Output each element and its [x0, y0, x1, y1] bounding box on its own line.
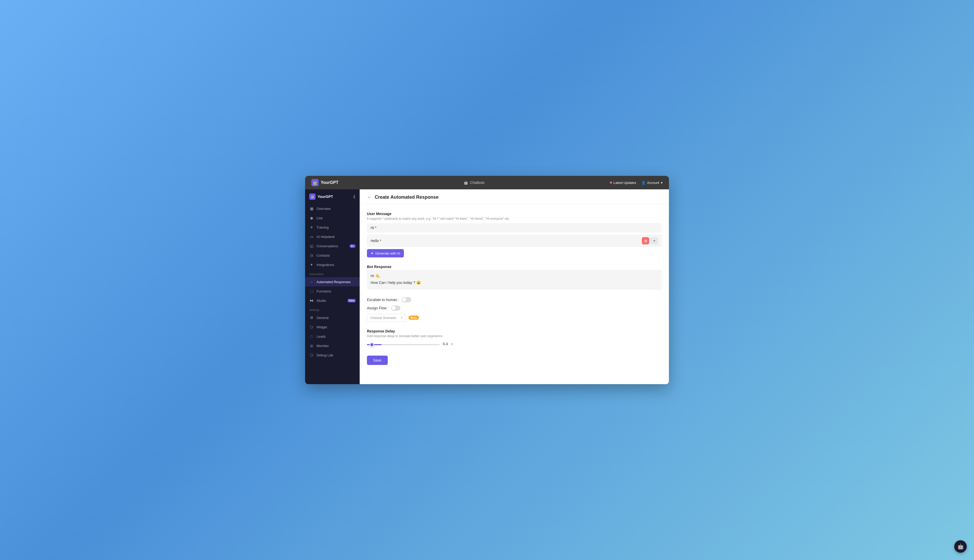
sidebar-item-general[interactable]: ⚙ General	[305, 313, 360, 322]
widget-icon: ⬡	[309, 325, 314, 329]
message-actions: 🗑 +	[642, 237, 658, 244]
slider-row: 0.4 s	[367, 342, 662, 346]
leads-icon: ◌	[309, 334, 314, 339]
app-window: 🤖 YourGPT 🤖 Chatbots Latest Updates 👤 Ac…	[305, 176, 669, 384]
assign-flow-label: Assign Flow :	[367, 306, 389, 310]
sidebar-item-overview[interactable]: ▦ Overview	[305, 204, 360, 213]
bot-response-label: Bot Response	[367, 265, 662, 269]
main-layout: 🤖 YourGPT ❮ ▦ Overview ◉ Live ✳ Training…	[305, 189, 669, 384]
top-nav: 🤖 YourGPT 🤖 Chatbots Latest Updates 👤 Ac…	[305, 176, 669, 189]
response-delay-label: Response Delay	[367, 329, 662, 333]
add-message-btn[interactable]: +	[651, 237, 658, 244]
sidebar-collapse-icon[interactable]: ❮	[353, 195, 356, 198]
sidebar-item-label: Leads	[317, 335, 326, 338]
fab-bot-btn[interactable]: 🤖	[954, 540, 967, 553]
automation-section-label: Automation	[305, 269, 360, 277]
sidebar-brand-left: 🤖 YourGPT	[309, 193, 333, 200]
conversations-icon: ◱	[309, 243, 314, 248]
generate-ai-btn[interactable]: ✦ Generate with AI	[367, 249, 404, 257]
chatbots-icon: 🤖	[464, 180, 468, 185]
studio-badge: New	[348, 299, 356, 302]
top-nav-right: Latest Updates 👤 Account ▾	[610, 181, 663, 185]
latest-updates-btn[interactable]: Latest Updates	[610, 181, 636, 185]
notification-dot	[610, 182, 612, 183]
sidebar-item-widget[interactable]: ⬡ Widget	[305, 322, 360, 332]
sidebar-item-automated-responses[interactable]: ← Automated Responses	[305, 277, 360, 287]
sidebar-item-label: Debug Lab	[317, 353, 333, 357]
bot-response-section: Bot Response Hi 👋, How Can I help you to…	[367, 265, 662, 290]
bot-response-line-1: Hi 👋,	[371, 273, 658, 279]
beta-badge: Beta	[409, 316, 419, 320]
account-btn[interactable]: 👤 Account ▾	[642, 181, 663, 185]
message-input-hello: Hello * 🗑 +	[367, 235, 662, 247]
training-icon: ✳	[309, 225, 314, 230]
sidebar-item-debug-lab[interactable]: ⬠ Debug Lab	[305, 350, 360, 360]
ai-helpdesk-icon: ▭	[309, 234, 314, 239]
sidebar-item-label: Training	[317, 225, 329, 229]
choose-scenario-label: Choose Scenario	[370, 316, 396, 320]
automated-responses-icon: ←	[309, 280, 314, 284]
sidebar-item-ai-helpdesk[interactable]: ▭ AI Helpdesk	[305, 232, 360, 241]
chatbots-label: Chatbots	[470, 180, 484, 185]
user-message-section: User Message It supports * (wildcard) to…	[367, 212, 662, 257]
delay-value: 0.4	[443, 342, 448, 346]
scenario-chevron-icon: ▾	[401, 316, 403, 320]
bot-response-box[interactable]: Hi 👋, How Can I help you today ? 😄	[367, 270, 662, 290]
top-nav-center: 🤖 Chatbots	[464, 180, 484, 185]
fab-bot-icon: 🤖	[957, 543, 964, 550]
sidebar-item-functions[interactable]: ⬚ Functions	[305, 287, 360, 296]
save-button[interactable]: Save	[367, 356, 388, 365]
message-text-hello: Hello *	[371, 239, 381, 243]
sidebar-item-label: Member	[317, 344, 329, 348]
sidebar-item-label: Widget	[317, 325, 327, 329]
content-area: ← Create Automated Response User Message…	[360, 189, 669, 384]
scenario-row: Choose Scenario ▾ Beta	[367, 314, 662, 322]
escalate-toggle-row: Escalate to human :	[367, 297, 662, 302]
sidebar-item-conversations[interactable]: ◱ Conversations 9+	[305, 241, 360, 251]
sidebar-item-label: Contacts	[317, 253, 330, 257]
escalate-toggle[interactable]	[402, 297, 411, 302]
assign-flow-toggle[interactable]	[391, 305, 401, 311]
delay-slider[interactable]	[367, 344, 440, 345]
back-arrow-btn[interactable]: ←	[367, 195, 372, 200]
functions-icon: ⬚	[309, 289, 314, 293]
account-chevron: ▾	[661, 181, 663, 185]
conversations-badge: 9+	[349, 244, 356, 248]
user-message-label: User Message	[367, 212, 662, 216]
ai-stars-icon: ✦	[371, 251, 374, 255]
delete-message-btn[interactable]: 🗑	[642, 237, 649, 244]
sidebar-item-label: Overview	[317, 207, 331, 211]
sidebar-item-label: General	[317, 316, 329, 320]
general-icon: ⚙	[309, 315, 314, 320]
delay-slider-container	[367, 342, 440, 346]
contacts-icon: ◷	[309, 253, 314, 258]
page-header: ← Create Automated Response	[360, 189, 669, 204]
sidebar-item-label: Automated Responses	[317, 280, 351, 284]
delay-unit: s	[451, 342, 453, 346]
choose-scenario-select[interactable]: Choose Scenario ▾	[367, 314, 406, 322]
sidebar-item-label: AI Helpdesk	[317, 235, 335, 239]
brand-bot-icon: 🤖	[311, 179, 319, 186]
sidebar-item-label: Functions	[317, 289, 331, 293]
sidebar-item-training[interactable]: ✳ Training	[305, 223, 360, 232]
bot-response-line-2: How Can I help you today ? 😄	[371, 280, 658, 285]
sidebar-brand-label: YourGPT	[317, 195, 333, 199]
debug-lab-icon: ⬠	[309, 353, 314, 357]
sidebar-item-integrations[interactable]: ✦ Integrations	[305, 260, 360, 269]
sidebar-item-studio[interactable]: ⧓ Studio New	[305, 296, 360, 305]
escalate-label: Escalate to human :	[367, 298, 399, 302]
top-nav-brand: 🤖 YourGPT	[311, 179, 338, 186]
integrations-icon: ✦	[309, 262, 314, 267]
brand-label: YourGPT	[321, 180, 338, 185]
message-input-hi[interactable]: Hi *	[367, 223, 662, 232]
sidebar-item-live[interactable]: ◉ Live	[305, 213, 360, 223]
sidebar-item-leads[interactable]: ◌ Leads	[305, 332, 360, 341]
page-content: User Message It supports * (wildcard) to…	[360, 204, 669, 372]
response-delay-section: Response Delay Add response delay to sim…	[367, 329, 662, 346]
assign-flow-section: Assign Flow : Choose Scenario ▾ Beta	[367, 305, 662, 322]
sidebar-item-label: Integrations	[317, 263, 334, 267]
sidebar-item-member[interactable]: ◎ Member	[305, 341, 360, 350]
response-delay-sublabel: Add response delay to simulate better us…	[367, 334, 662, 338]
message-text-hi: Hi *	[371, 226, 377, 230]
sidebar-item-contacts[interactable]: ◷ Contacts	[305, 251, 360, 260]
